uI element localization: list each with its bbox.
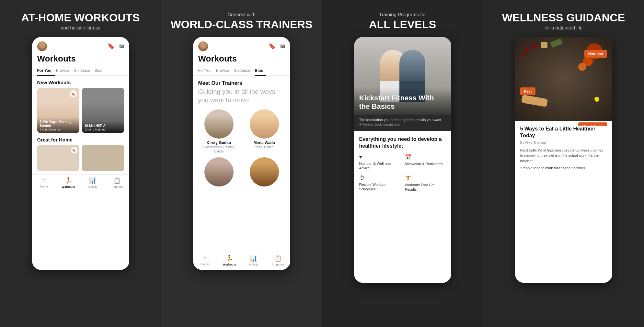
hero-image: Kickstart Fitness With the Basics xyxy=(354,37,451,115)
schedules-icon: ⏱ xyxy=(359,175,400,181)
phone2-tab-bar: For You Browse Guidance Bios xyxy=(193,66,290,76)
workout-card-yoga[interactable]: 🔖 5-Min Yoga: Morning Stretch 6 min, Beg… xyxy=(37,88,79,133)
trainer3-avatar xyxy=(204,157,234,186)
article-body: Hard truth: What trips most people up wh… xyxy=(520,148,607,164)
nav2-programs-label: Programs xyxy=(271,263,284,266)
trainer-4[interactable] xyxy=(244,157,285,188)
mail-icon[interactable]: ✉ xyxy=(119,43,124,50)
nav-workouts-label: Workouts xyxy=(62,185,75,188)
phone1-content: 🔖 ✉ Workouts For You Browse Guidance Bio… xyxy=(32,37,129,270)
motivation-text: Motivation & Reminders xyxy=(405,162,446,166)
trainer-maria[interactable]: Maria Wada Yoga, Dance xyxy=(244,109,285,153)
section-great-home: Great for Home xyxy=(32,133,129,145)
card-overlay-2: 10-Min HIIT: A 12 min, Beginner xyxy=(82,121,124,133)
panel-4: WELLNESS GUIDANCE for a balanced life xyxy=(483,0,644,327)
programs2-nav-icon: 📋 xyxy=(274,255,282,262)
program-duration: 4 Weeks, bodyweight only xyxy=(359,122,446,126)
nav-workouts[interactable]: 🏃 Workouts xyxy=(56,177,81,188)
panel1-subtitle: and holistic fitness xyxy=(21,25,140,30)
tab-bios[interactable]: Bios xyxy=(95,66,105,75)
mindfulness-tag[interactable]: Mindfulness xyxy=(578,122,607,126)
phone-3: Kickstart Fitness With the Basics The fo… xyxy=(354,37,451,283)
nav2-home[interactable]: ⌂ Home xyxy=(193,255,217,266)
phone1-page-title: Workouts xyxy=(32,54,129,66)
maria-specialty: Yoga, Dance xyxy=(255,145,273,149)
nav-activity[interactable]: 📊 Activity xyxy=(81,177,105,188)
tab2-bios[interactable]: Bios xyxy=(255,66,266,75)
nav2-activity[interactable]: 📊 Activity xyxy=(242,255,266,266)
nav-home-label: Home xyxy=(40,185,48,188)
avatar-2[interactable] xyxy=(198,41,208,51)
activity-nav-icon: 📊 xyxy=(89,177,96,184)
kirsty-name: Kirsty Godso xyxy=(207,141,231,145)
panel3-header: Training Programs for ALL LEVELS xyxy=(369,12,436,30)
motivation-icon: 📅 xyxy=(405,154,446,160)
avatar[interactable] xyxy=(37,41,47,51)
card-bookmark-1[interactable]: 🔖 xyxy=(70,90,77,97)
nav2-programs[interactable]: 📋 Programs xyxy=(266,255,290,266)
home-card-1[interactable]: 🔖 xyxy=(37,145,79,171)
benefit-workouts: 🏋 Workouts That Get Results xyxy=(405,175,446,192)
kirsty-specialty: High Intensity Training, Cardio xyxy=(198,145,240,153)
nav2-workouts[interactable]: 🏃 Workouts xyxy=(217,255,242,266)
home-bookmark-1[interactable]: 🔖 xyxy=(71,147,77,153)
nutrition-text: Nutrition & Wellness Advice xyxy=(359,161,400,171)
trainer-3[interactable] xyxy=(198,157,240,188)
home-card-2[interactable] xyxy=(82,145,124,171)
trainers-grid: Kirsty Godso High Intensity Training, Ca… xyxy=(193,109,290,188)
workouts-nav-icon: 🏃 xyxy=(65,177,72,184)
rest-tag[interactable]: Rest xyxy=(520,87,536,95)
article-card: 5 Ways to Eat a Little Healthier Today M… xyxy=(515,121,612,283)
food-item-4 xyxy=(541,42,547,48)
tab-browse[interactable]: Browse xyxy=(56,66,72,75)
food-bread xyxy=(521,95,548,107)
panel-2: Connect with WORLD-CLASS TRAINERS 🔖 ✉ Wo… xyxy=(161,0,322,327)
phone1-tab-bar: For You Browse Guidance Bios xyxy=(32,66,129,76)
kirsty-avatar-img xyxy=(204,109,234,139)
trainer3-avatar-img xyxy=(204,157,234,186)
everything-section: Everything you need to develop a healthi… xyxy=(354,131,451,283)
panel-3: Training Programs for ALL LEVELS Kicksta… xyxy=(322,0,483,327)
food-greens xyxy=(550,39,562,48)
card2-meta: 12 min, Beginner xyxy=(85,128,121,131)
maria-avatar xyxy=(250,109,279,139)
tab-for-you[interactable]: For You xyxy=(37,66,55,75)
maria-avatar-img xyxy=(250,109,279,139)
nav-programs[interactable]: 📋 Programs xyxy=(105,177,129,188)
workouts2-nav-icon: 🏃 xyxy=(226,255,233,262)
panel4-title: WELLNESS GUIDANCE xyxy=(502,12,625,24)
program-subtitle: The foundation you need to get the resul… xyxy=(359,118,446,122)
bookmark-icon-2[interactable]: 🔖 xyxy=(269,43,276,50)
trainer-kirsty[interactable]: Kirsty Godso High Intensity Training, Ca… xyxy=(198,109,240,153)
card2-title: 10-Min HIIT: A xyxy=(85,124,121,128)
bookmark-icon[interactable]: 🔖 xyxy=(108,43,115,50)
card1-meta: 6 min, Beginner xyxy=(40,128,77,131)
trainer4-avatar-img xyxy=(250,157,279,186)
nav2-workouts-label: Workouts xyxy=(223,263,236,266)
section-new-workouts: New Workouts xyxy=(32,76,129,88)
tab-guidance[interactable]: Guidance xyxy=(74,66,93,75)
card1-title: 5-Min Yoga: Morning Stretch xyxy=(40,120,77,128)
tab2-for-you[interactable]: For You xyxy=(198,66,215,75)
workout-card-hiit[interactable]: 10-Min HIIT: A 12 min, Beginner xyxy=(82,88,124,133)
panel1-header: AT-HOME WORKOUTS and holistic fitness xyxy=(21,12,140,30)
phone2-content: 🔖 ✉ Workouts For You Browse Guidance Bio… xyxy=(193,37,290,270)
nav-home[interactable]: ⌂ Home xyxy=(32,177,56,188)
panel4-header: WELLNESS GUIDANCE for a balanced life xyxy=(502,12,625,30)
home-cards: 🔖 xyxy=(32,145,129,174)
benefit-motivation: 📅 Motivation & Reminders xyxy=(405,154,446,171)
phone2-page-title: Workouts xyxy=(193,54,290,66)
workout-cards: 🔖 5-Min Yoga: Morning Stretch 6 min, Beg… xyxy=(32,88,129,133)
tab2-browse[interactable]: Browse xyxy=(216,66,232,75)
program-card: The foundation you need to get the resul… xyxy=(354,115,451,131)
mail-icon-2[interactable]: ✉ xyxy=(280,43,285,50)
meet-trainers-title: Meet Our Trainers xyxy=(193,76,290,87)
panel2-header: Connect with WORLD-CLASS TRAINERS xyxy=(170,12,312,30)
food-bg: Nutrition Rest xyxy=(515,37,612,121)
workouts-text: Workouts That Get Results xyxy=(405,183,446,192)
phone2-topbar: 🔖 ✉ xyxy=(193,37,290,54)
phone1-topbar: 🔖 ✉ xyxy=(32,37,129,54)
nutrition-tag[interactable]: Nutrition xyxy=(584,50,607,58)
panel2-subtitle: Connect with xyxy=(170,12,312,17)
tab2-guidance[interactable]: Guidance xyxy=(234,66,253,75)
